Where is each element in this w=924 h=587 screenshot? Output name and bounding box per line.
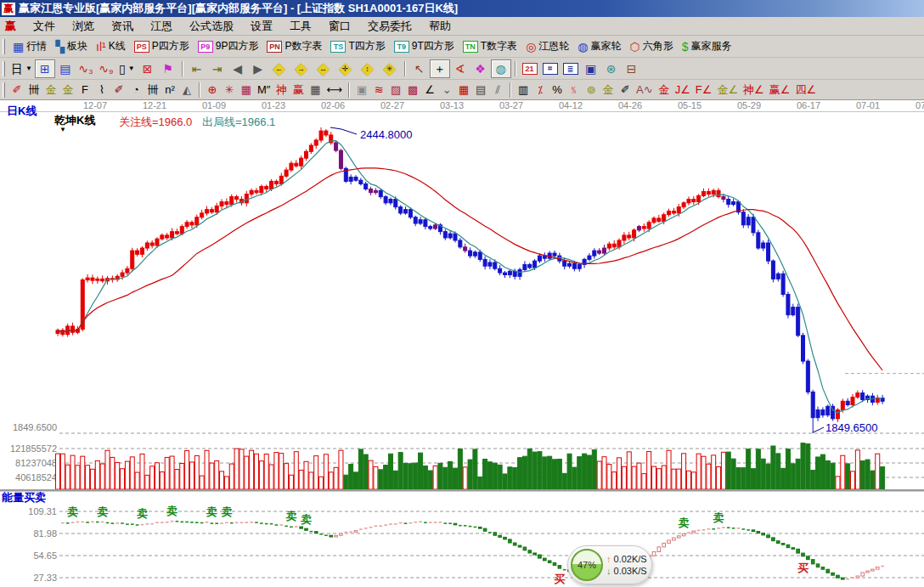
percent-tool[interactable]: %: [549, 81, 566, 99]
menu-item-设置[interactable]: 设置: [242, 18, 281, 34]
diamond-center-button[interactable]: ◆✛: [335, 59, 357, 78]
v-line-tool[interactable]: ⌄: [438, 81, 455, 99]
grid-star-tool[interactable]: ▦: [238, 81, 255, 99]
smart-analysis-button[interactable]: ◍: [491, 59, 511, 78]
sectors-button[interactable]: ▚板块: [51, 37, 92, 56]
t-digit-table-button[interactable]: TNT数字表: [459, 37, 521, 56]
angle-line-tool[interactable]: ∠: [421, 81, 438, 99]
shen-angle-tool[interactable]: 神∠: [741, 81, 767, 99]
golden-hash-h-tool[interactable]: 金: [59, 81, 76, 99]
next-page-button[interactable]: ▶: [248, 59, 268, 78]
m-mark-tool[interactable]: M″: [255, 81, 273, 99]
grid-red-tool[interactable]: ▦: [455, 81, 472, 99]
n-square-tool[interactable]: n²: [161, 81, 178, 99]
pen-mark-tool[interactable]: ✐: [617, 81, 634, 99]
gann-hash-lines-tool[interactable]: 卌: [25, 81, 42, 99]
menu-item-窗口[interactable]: 窗口: [320, 18, 359, 34]
winner-wheel-button[interactable]: ◍赢家轮: [573, 37, 625, 56]
time-hash-tool[interactable]: 卌: [144, 81, 161, 99]
target-circle-tool[interactable]: ⊕: [204, 81, 221, 99]
diamond-horizontal-button[interactable]: ◆↔: [313, 59, 335, 78]
period-day-selector[interactable]: 日▼: [8, 59, 35, 78]
menu-item-帮助[interactable]: 帮助: [420, 18, 459, 34]
gold-circle-tool[interactable]: ⊚: [583, 81, 600, 99]
hexagon-button[interactable]: ⬡六角形: [626, 37, 678, 56]
crosshair-tool-button[interactable]: ＋: [430, 59, 450, 78]
win-angle-tool[interactable]: 赢∠: [767, 81, 793, 99]
toolbar-grip[interactable]: [3, 82, 5, 98]
angle-measure-button[interactable]: ∢: [450, 59, 470, 78]
spiral-tool[interactable]: ⌇: [93, 81, 110, 99]
save-button[interactable]: ▣: [581, 59, 601, 78]
notepad-button[interactable]: ≣: [561, 59, 581, 78]
hand-tool-button[interactable]: ↖: [409, 59, 430, 78]
9t-square-button[interactable]: T99T四方形: [390, 37, 459, 56]
toolbar-grip[interactable]: [3, 61, 5, 76]
bar-steps-tool[interactable]: ▥: [515, 81, 532, 99]
calculator-button[interactable]: ⌗: [540, 59, 561, 78]
quotes-button[interactable]: ▦行情: [8, 37, 51, 56]
menu-item-资讯[interactable]: 资讯: [103, 18, 142, 34]
four-angle-tool[interactable]: 四∠: [792, 81, 819, 99]
mini-chart-9-button[interactable]: ∿₉: [96, 59, 116, 78]
ray-fan-tool[interactable]: ≋: [370, 81, 387, 99]
send-to-pc-button[interactable]: ⊟: [622, 59, 642, 78]
diamond-all-button[interactable]: ◆✳: [379, 59, 401, 78]
fibonacci-lines-tool[interactable]: F: [76, 81, 93, 99]
t-square-button[interactable]: TST四方形: [326, 37, 389, 56]
p-digit-table-button[interactable]: PNP数字表: [262, 37, 326, 56]
brush-tool[interactable]: ✐: [110, 81, 127, 99]
pattern-erase-button[interactable]: ⊠: [138, 59, 158, 78]
percent-line-tool[interactable]: ﹪: [566, 81, 583, 99]
draw-pencil-tool[interactable]: ✐: [8, 81, 25, 99]
gold-red-tool[interactable]: 金: [656, 81, 673, 99]
j-angle-tool[interactable]: J∠: [673, 81, 693, 99]
download-progress-widget[interactable]: 47% ↑ 0.02K/S ↓ 0.03K/S: [567, 545, 652, 584]
chart-area[interactable]: 12-0712-2101-0901-2302-0602-2703-1303-27…: [0, 100, 924, 587]
mini-chart-3-button[interactable]: ∿₃: [76, 59, 96, 78]
golden-hash-v-tool[interactable]: 金: [42, 81, 59, 99]
menu-item-工具[interactable]: 工具: [281, 18, 320, 34]
prev-page-button[interactable]: ◀: [228, 59, 248, 78]
wave-a-tool[interactable]: A∿: [634, 81, 656, 99]
menu-item-浏览[interactable]: 浏览: [64, 18, 103, 34]
calendar-button[interactable]: 21: [520, 59, 540, 78]
grid-number-tool[interactable]: ▦: [307, 81, 324, 99]
p-square-button[interactable]: PSP四方形: [130, 37, 194, 56]
overlay-indicator-name[interactable]: 乾坤K线 ▼: [54, 113, 95, 132]
kline-button[interactable]: ıl¹K线: [92, 37, 130, 56]
9p-square-button[interactable]: P99P四方形: [194, 37, 263, 56]
gann-wheel-button[interactable]: ◎江恩轮: [521, 37, 573, 56]
grid-corner-tool[interactable]: ▤: [472, 81, 489, 99]
flag-marker-button[interactable]: ⚑: [158, 59, 178, 78]
menu-item-江恩[interactable]: 江恩: [142, 18, 181, 34]
toolbar-grip[interactable]: [3, 39, 5, 54]
menu-item-交易委托[interactable]: 交易委托: [359, 18, 420, 34]
win-hash-tool[interactable]: 赢: [290, 81, 307, 99]
region-select-button[interactable]: ❖: [470, 59, 491, 78]
info-panel-button[interactable]: ▤: [55, 59, 76, 78]
world-clock-button[interactable]: ⊛: [601, 59, 622, 78]
network-layout-button[interactable]: ⊞: [35, 59, 55, 78]
menu-item-公式选股[interactable]: 公式选股: [181, 18, 242, 34]
grid-dense-tool[interactable]: ▩: [404, 81, 421, 99]
gold-line-tool[interactable]: 金: [600, 81, 617, 99]
candle-style-selector[interactable]: ▯▼: [116, 59, 138, 78]
last-page-button[interactable]: ⇥: [207, 59, 228, 78]
span-arrow-tool[interactable]: ⟷: [324, 81, 345, 99]
diamond-right-button[interactable]: ◆→: [290, 59, 313, 78]
grid-diagonal-tool[interactable]: ▨: [387, 81, 404, 99]
percent-band-tool[interactable]: ⁒: [532, 81, 549, 99]
shen-hash-tool[interactable]: 神: [273, 81, 290, 99]
box-tool[interactable]: ▣: [353, 81, 370, 99]
winner-service-button[interactable]: $赢家服务: [678, 37, 736, 56]
diamond-left-button[interactable]: ◆←: [268, 59, 290, 78]
circle-cycle-tool[interactable]: ◔: [127, 81, 144, 99]
gold-angle-tool[interactable]: 金∠: [714, 81, 741, 99]
first-page-button[interactable]: ⇤: [187, 59, 207, 78]
star-burst-tool[interactable]: ✳: [221, 81, 238, 99]
kline-chart-canvas[interactable]: 12-0712-2101-0901-2302-0602-2703-1303-27…: [0, 100, 924, 587]
menu-item-文件[interactable]: 文件: [25, 18, 64, 34]
f-angle-tool[interactable]: F∠: [693, 81, 715, 99]
diamond-vertical-button[interactable]: ◆↕: [357, 59, 379, 78]
